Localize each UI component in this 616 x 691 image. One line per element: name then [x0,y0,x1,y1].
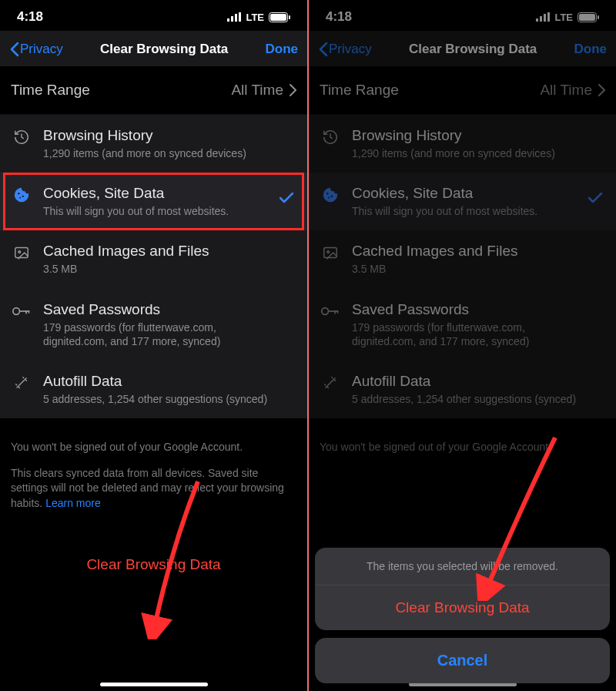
svg-point-24 [331,196,333,197]
cancel-button[interactable]: Cancel [315,638,610,683]
item-subtitle: This will sign you out of most websites. [43,204,282,218]
svg-rect-3 [239,12,241,22]
status-bar: 4:18 LTE [0,0,307,31]
item-cache[interactable]: Cached Images and Files 3.5 MB [309,230,616,288]
svg-rect-5 [270,14,286,21]
item-subtitle: This will sign you out of most websites. [352,204,591,218]
item-subtitle: 179 passwords (for flutterwave.com, dign… [43,320,282,348]
screenshot-right: 4:18 LTE Privacy Clear Browsing Data Don… [309,0,616,691]
status-time: 4:18 [17,9,43,25]
wand-icon [320,373,341,391]
status-bar: 4:18 LTE [309,0,616,31]
image-icon [320,243,341,261]
svg-rect-14 [25,310,27,314]
battery-icon [269,12,290,22]
item-subtitle: 5 addresses, 1,254 other suggestions (sy… [43,392,282,406]
image-icon [11,243,32,261]
svg-point-25 [328,197,330,199]
item-subtitle: 5 addresses, 1,254 other suggestions (sy… [352,392,591,406]
time-range-value: All Time [231,82,283,99]
item-subtitle: 3.5 MB [352,262,591,276]
signal-icon [536,12,550,22]
screenshot-left: 4:18 LTE Privacy Clear Browsing Data Don… [0,0,307,691]
network-label: LTE [246,12,264,23]
back-button[interactable]: Privacy [318,42,372,57]
svg-point-7 [18,193,19,194]
signal-icon [227,12,241,22]
svg-point-27 [327,251,330,253]
item-title: Cookies, Site Data [43,185,296,202]
wand-icon [11,373,32,391]
cookie-icon [320,185,341,203]
item-title: Cached Images and Files [352,243,605,260]
item-subtitle: 1,290 items (and more on synced devices) [43,146,282,160]
checkmark-icon [280,193,293,203]
item-title: Cookies, Site Data [352,185,605,202]
item-title: Autofill Data [352,373,605,390]
back-label: Privacy [329,42,372,57]
navbar: Privacy Clear Browsing Data Done [309,31,616,66]
svg-rect-6 [289,15,290,19]
svg-rect-30 [334,310,336,314]
svg-rect-29 [328,310,338,312]
time-range-row[interactable]: Time Range All Time [0,66,307,115]
nav-title: Clear Browsing Data [100,42,228,57]
chevron-left-icon [318,42,329,57]
svg-rect-19 [547,12,550,22]
item-title: Browsing History [43,127,296,144]
item-title: Browsing History [352,127,605,144]
back-label: Privacy [20,42,63,57]
item-cookies[interactable]: Cookies, Site Data This will sign you ou… [0,173,307,230]
annotation-arrow [135,474,227,639]
item-autofill[interactable]: Autofill Data 5 addresses, 1,254 other s… [309,361,616,418]
status-time: 4:18 [326,9,352,25]
svg-rect-18 [544,14,546,22]
chevron-right-icon [290,84,296,96]
data-type-list: Browsing History 1,290 items (and more o… [0,115,307,418]
svg-point-28 [322,307,329,314]
chevron-right-icon [598,84,605,96]
chevron-left-icon [9,42,20,57]
learn-more-link[interactable]: Learn more [45,497,101,509]
svg-rect-16 [536,18,538,22]
item-cookies[interactable]: Cookies, Site Data This will sign you ou… [309,173,616,230]
item-subtitle: 179 passwords (for flutterwave.com, dign… [352,320,591,348]
checkmark-icon [588,193,602,203]
time-range-row[interactable]: Time Range All Time [309,66,616,115]
navbar: Privacy Clear Browsing Data Done [0,31,307,66]
item-title: Cached Images and Files [43,243,296,260]
time-range-label: Time Range [11,82,90,99]
footer-line-1: You won't be signed out of your Google A… [11,440,296,455]
item-passwords[interactable]: Saved Passwords 179 passwords (for flutt… [0,289,307,361]
item-autofill[interactable]: Autofill Data 5 addresses, 1,254 other s… [0,361,307,418]
svg-point-8 [22,196,24,197]
item-browsing-history[interactable]: Browsing History 1,290 items (and more o… [309,115,616,173]
key-icon [320,301,341,320]
network-label: LTE [554,12,573,23]
nav-title: Clear Browsing Data [409,42,537,57]
cookie-icon [11,185,32,203]
time-range-label: Time Range [320,82,399,99]
done-button[interactable]: Done [574,42,608,57]
item-title: Saved Passwords [43,301,296,318]
item-passwords[interactable]: Saved Passwords 179 passwords (for flutt… [309,289,616,361]
item-title: Autofill Data [43,373,296,390]
svg-rect-17 [540,16,542,22]
svg-rect-21 [579,14,595,21]
svg-rect-2 [235,14,237,22]
time-range-value: All Time [540,82,592,99]
home-indicator [100,683,208,686]
item-cache[interactable]: Cached Images and Files 3.5 MB [0,230,307,288]
item-browsing-history[interactable]: Browsing History 1,290 items (and more o… [0,115,307,173]
item-title: Saved Passwords [352,301,605,318]
svg-point-11 [18,251,21,253]
svg-rect-31 [337,310,339,313]
annotation-arrow [470,431,571,601]
done-button[interactable]: Done [266,42,299,57]
svg-rect-1 [231,16,233,22]
item-subtitle: 1,290 items (and more on synced devices) [352,146,591,160]
history-icon [11,127,32,146]
svg-point-9 [19,197,21,199]
svg-point-23 [326,193,328,194]
back-button[interactable]: Privacy [9,42,63,57]
